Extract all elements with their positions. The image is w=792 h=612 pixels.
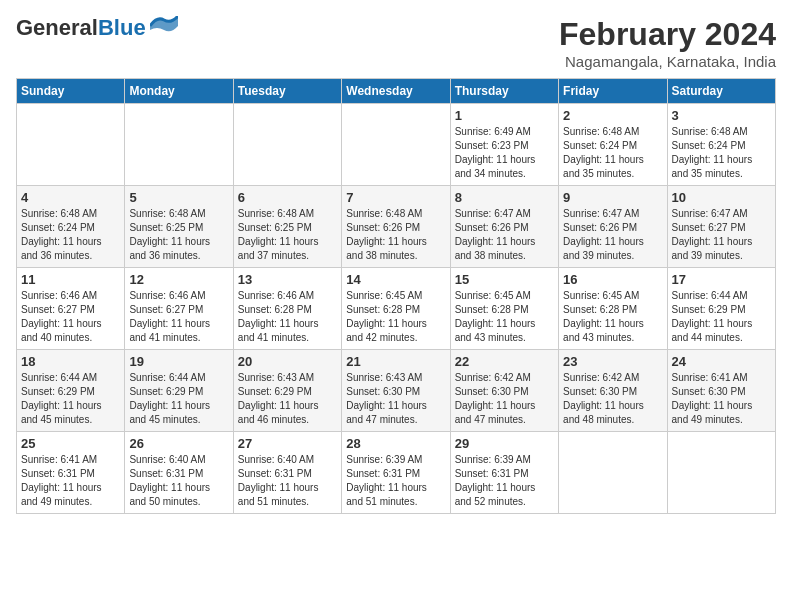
day-cell: 23Sunrise: 6:42 AM Sunset: 6:30 PM Dayli… <box>559 350 667 432</box>
day-info: Sunrise: 6:43 AM Sunset: 6:30 PM Dayligh… <box>346 371 445 427</box>
day-cell: 20Sunrise: 6:43 AM Sunset: 6:29 PM Dayli… <box>233 350 341 432</box>
header-cell-sunday: Sunday <box>17 79 125 104</box>
day-cell <box>559 432 667 514</box>
day-cell: 3Sunrise: 6:48 AM Sunset: 6:24 PM Daylig… <box>667 104 775 186</box>
logo-text: GeneralBlue <box>16 16 146 40</box>
day-cell: 17Sunrise: 6:44 AM Sunset: 6:29 PM Dayli… <box>667 268 775 350</box>
day-cell <box>342 104 450 186</box>
day-number: 4 <box>21 190 120 205</box>
day-cell: 13Sunrise: 6:46 AM Sunset: 6:28 PM Dayli… <box>233 268 341 350</box>
day-cell: 12Sunrise: 6:46 AM Sunset: 6:27 PM Dayli… <box>125 268 233 350</box>
day-info: Sunrise: 6:48 AM Sunset: 6:25 PM Dayligh… <box>129 207 228 263</box>
day-number: 12 <box>129 272 228 287</box>
day-number: 5 <box>129 190 228 205</box>
day-cell: 7Sunrise: 6:48 AM Sunset: 6:26 PM Daylig… <box>342 186 450 268</box>
day-info: Sunrise: 6:43 AM Sunset: 6:29 PM Dayligh… <box>238 371 337 427</box>
week-row-1: 1Sunrise: 6:49 AM Sunset: 6:23 PM Daylig… <box>17 104 776 186</box>
day-number: 9 <box>563 190 662 205</box>
week-row-2: 4Sunrise: 6:48 AM Sunset: 6:24 PM Daylig… <box>17 186 776 268</box>
day-cell <box>667 432 775 514</box>
day-info: Sunrise: 6:39 AM Sunset: 6:31 PM Dayligh… <box>346 453 445 509</box>
day-number: 17 <box>672 272 771 287</box>
day-number: 28 <box>346 436 445 451</box>
day-cell: 26Sunrise: 6:40 AM Sunset: 6:31 PM Dayli… <box>125 432 233 514</box>
day-number: 13 <box>238 272 337 287</box>
day-cell: 10Sunrise: 6:47 AM Sunset: 6:27 PM Dayli… <box>667 186 775 268</box>
day-number: 27 <box>238 436 337 451</box>
day-info: Sunrise: 6:40 AM Sunset: 6:31 PM Dayligh… <box>129 453 228 509</box>
day-cell: 11Sunrise: 6:46 AM Sunset: 6:27 PM Dayli… <box>17 268 125 350</box>
day-cell: 29Sunrise: 6:39 AM Sunset: 6:31 PM Dayli… <box>450 432 558 514</box>
day-info: Sunrise: 6:47 AM Sunset: 6:27 PM Dayligh… <box>672 207 771 263</box>
day-number: 14 <box>346 272 445 287</box>
day-number: 2 <box>563 108 662 123</box>
day-info: Sunrise: 6:48 AM Sunset: 6:25 PM Dayligh… <box>238 207 337 263</box>
day-number: 25 <box>21 436 120 451</box>
day-info: Sunrise: 6:44 AM Sunset: 6:29 PM Dayligh… <box>21 371 120 427</box>
day-number: 19 <box>129 354 228 369</box>
day-cell: 16Sunrise: 6:45 AM Sunset: 6:28 PM Dayli… <box>559 268 667 350</box>
day-info: Sunrise: 6:46 AM Sunset: 6:27 PM Dayligh… <box>21 289 120 345</box>
title-block: February 2024 Nagamangala, Karnataka, In… <box>559 16 776 70</box>
day-info: Sunrise: 6:48 AM Sunset: 6:24 PM Dayligh… <box>21 207 120 263</box>
page-header: GeneralBlue February 2024 Nagamangala, K… <box>16 16 776 70</box>
day-info: Sunrise: 6:41 AM Sunset: 6:31 PM Dayligh… <box>21 453 120 509</box>
day-cell <box>233 104 341 186</box>
month-year-title: February 2024 <box>559 16 776 53</box>
day-info: Sunrise: 6:48 AM Sunset: 6:26 PM Dayligh… <box>346 207 445 263</box>
day-cell: 2Sunrise: 6:48 AM Sunset: 6:24 PM Daylig… <box>559 104 667 186</box>
header-cell-wednesday: Wednesday <box>342 79 450 104</box>
day-number: 16 <box>563 272 662 287</box>
day-number: 10 <box>672 190 771 205</box>
day-info: Sunrise: 6:41 AM Sunset: 6:30 PM Dayligh… <box>672 371 771 427</box>
day-number: 8 <box>455 190 554 205</box>
day-info: Sunrise: 6:42 AM Sunset: 6:30 PM Dayligh… <box>455 371 554 427</box>
day-info: Sunrise: 6:45 AM Sunset: 6:28 PM Dayligh… <box>455 289 554 345</box>
day-cell <box>125 104 233 186</box>
day-info: Sunrise: 6:48 AM Sunset: 6:24 PM Dayligh… <box>672 125 771 181</box>
header-cell-saturday: Saturday <box>667 79 775 104</box>
day-number: 11 <box>21 272 120 287</box>
day-cell <box>17 104 125 186</box>
day-number: 21 <box>346 354 445 369</box>
day-cell: 24Sunrise: 6:41 AM Sunset: 6:30 PM Dayli… <box>667 350 775 432</box>
day-number: 3 <box>672 108 771 123</box>
location-subtitle: Nagamangala, Karnataka, India <box>559 53 776 70</box>
day-number: 23 <box>563 354 662 369</box>
day-info: Sunrise: 6:44 AM Sunset: 6:29 PM Dayligh… <box>129 371 228 427</box>
day-cell: 27Sunrise: 6:40 AM Sunset: 6:31 PM Dayli… <box>233 432 341 514</box>
day-cell: 18Sunrise: 6:44 AM Sunset: 6:29 PM Dayli… <box>17 350 125 432</box>
header-row: SundayMondayTuesdayWednesdayThursdayFrid… <box>17 79 776 104</box>
day-cell: 28Sunrise: 6:39 AM Sunset: 6:31 PM Dayli… <box>342 432 450 514</box>
day-number: 15 <box>455 272 554 287</box>
day-cell: 9Sunrise: 6:47 AM Sunset: 6:26 PM Daylig… <box>559 186 667 268</box>
logo-icon <box>150 16 178 36</box>
day-number: 26 <box>129 436 228 451</box>
day-number: 29 <box>455 436 554 451</box>
day-cell: 22Sunrise: 6:42 AM Sunset: 6:30 PM Dayli… <box>450 350 558 432</box>
day-info: Sunrise: 6:45 AM Sunset: 6:28 PM Dayligh… <box>563 289 662 345</box>
day-cell: 1Sunrise: 6:49 AM Sunset: 6:23 PM Daylig… <box>450 104 558 186</box>
day-number: 18 <box>21 354 120 369</box>
day-cell: 19Sunrise: 6:44 AM Sunset: 6:29 PM Dayli… <box>125 350 233 432</box>
week-row-5: 25Sunrise: 6:41 AM Sunset: 6:31 PM Dayli… <box>17 432 776 514</box>
day-cell: 25Sunrise: 6:41 AM Sunset: 6:31 PM Dayli… <box>17 432 125 514</box>
day-info: Sunrise: 6:47 AM Sunset: 6:26 PM Dayligh… <box>455 207 554 263</box>
day-number: 20 <box>238 354 337 369</box>
week-row-3: 11Sunrise: 6:46 AM Sunset: 6:27 PM Dayli… <box>17 268 776 350</box>
header-cell-tuesday: Tuesday <box>233 79 341 104</box>
day-number: 6 <box>238 190 337 205</box>
day-cell: 6Sunrise: 6:48 AM Sunset: 6:25 PM Daylig… <box>233 186 341 268</box>
day-info: Sunrise: 6:49 AM Sunset: 6:23 PM Dayligh… <box>455 125 554 181</box>
header-cell-monday: Monday <box>125 79 233 104</box>
day-number: 24 <box>672 354 771 369</box>
day-cell: 8Sunrise: 6:47 AM Sunset: 6:26 PM Daylig… <box>450 186 558 268</box>
day-number: 22 <box>455 354 554 369</box>
day-number: 1 <box>455 108 554 123</box>
day-cell: 15Sunrise: 6:45 AM Sunset: 6:28 PM Dayli… <box>450 268 558 350</box>
header-cell-thursday: Thursday <box>450 79 558 104</box>
day-cell: 5Sunrise: 6:48 AM Sunset: 6:25 PM Daylig… <box>125 186 233 268</box>
day-info: Sunrise: 6:46 AM Sunset: 6:27 PM Dayligh… <box>129 289 228 345</box>
day-cell: 4Sunrise: 6:48 AM Sunset: 6:24 PM Daylig… <box>17 186 125 268</box>
day-info: Sunrise: 6:39 AM Sunset: 6:31 PM Dayligh… <box>455 453 554 509</box>
